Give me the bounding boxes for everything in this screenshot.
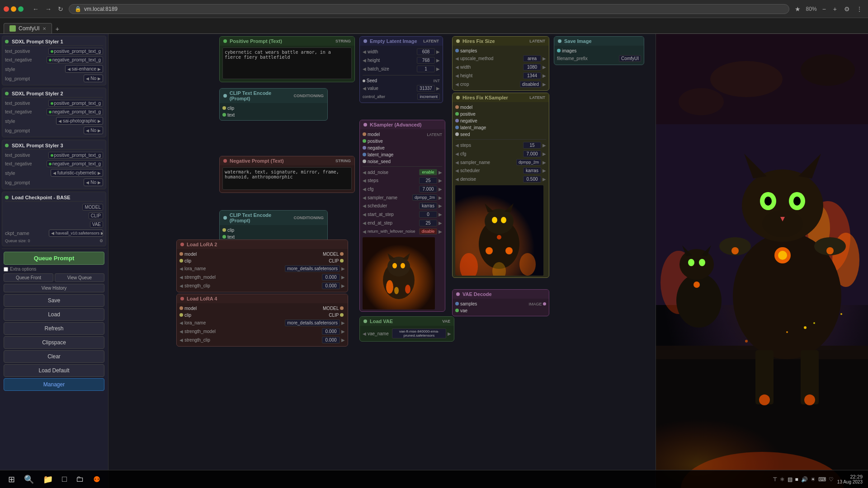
vae-name-prev[interactable]: ◀ <box>363 331 366 336</box>
save-image-node[interactable]: Save Image images filename_prefix ComfyU… <box>554 36 644 65</box>
hk-denoise-prev[interactable]: ◀ <box>455 177 459 182</box>
search-taskbar-icon[interactable]: 🔍 <box>21 474 37 485</box>
lora4-strength-model-prev[interactable]: ◀ <box>179 329 183 334</box>
forward-button[interactable]: → <box>43 5 53 14</box>
sdxl3-style-next[interactable]: ▶ <box>98 171 101 175</box>
ks-return-prev[interactable]: ◀ <box>363 229 366 234</box>
ks-sampler-next[interactable]: ▶ <box>439 195 442 200</box>
comfyui-tab[interactable]: ComfyUI ✕ <box>4 23 52 33</box>
hires-ksampler-node[interactable]: Hires Fix KSampler LATENT model positive… <box>452 93 549 278</box>
firefox-icon[interactable]: ⚉ <box>90 474 103 485</box>
hires-width-prev[interactable]: ◀ <box>455 65 459 70</box>
ks-add-noise-prev[interactable]: ◀ <box>363 170 366 175</box>
latent-height-next[interactable]: ▶ <box>436 58 440 63</box>
folder-icon[interactable]: 🗀 <box>73 474 87 485</box>
ckpt-prev[interactable]: ◀ <box>51 231 54 235</box>
hk-sched-next[interactable]: ▶ <box>542 168 546 173</box>
ks-cfg-next[interactable]: ▶ <box>439 187 442 192</box>
hires-height-next[interactable]: ▶ <box>542 73 546 78</box>
extra-options-checkbox[interactable] <box>4 267 8 272</box>
windows-icon[interactable]: ⊞ <box>5 474 18 485</box>
canvas-area[interactable]: Positive Prompt (Text) STRING cybernetic… <box>108 34 656 488</box>
hires-upscale-next[interactable]: ▶ <box>542 56 546 61</box>
ks-end-next[interactable]: ▶ <box>439 221 442 225</box>
ks-steps-next[interactable]: ▶ <box>439 178 442 183</box>
hk-sampler-prev[interactable]: ◀ <box>455 160 459 165</box>
load-vae-node[interactable]: Load VAE VAE ◀ vae_name vae-ft-mse-84000… <box>359 316 454 342</box>
lora4-name-prev[interactable]: ◀ <box>179 320 183 325</box>
refresh-button[interactable]: Refresh <box>4 322 104 335</box>
ks-start-next[interactable]: ▶ <box>439 212 442 217</box>
ks-add-noise-next[interactable]: ▶ <box>439 170 442 175</box>
hk-steps-next[interactable]: ▶ <box>542 143 546 148</box>
sdxl3-style-select[interactable]: ◀ futuristic-cybernetic ▶ <box>51 169 103 177</box>
positive-prompt-textarea[interactable]: cybernetic cat wears battle armor, in a … <box>222 47 352 79</box>
view-queue-button[interactable]: View Queue <box>55 273 104 282</box>
reload-button[interactable]: ↻ <box>56 5 65 14</box>
load-lora-4-node[interactable]: Load LoRA 4 model MODEL clip CLIP ◀ lora… <box>176 294 348 347</box>
ks-cfg-prev[interactable]: ◀ <box>363 187 366 192</box>
back-button[interactable]: ← <box>31 5 41 14</box>
lora2-strength-clip-next[interactable]: ▶ <box>341 283 345 288</box>
latent-width-next[interactable]: ▶ <box>436 49 440 54</box>
new-tab-button[interactable]: + <box>54 24 61 33</box>
sdxl3-log-select[interactable]: ◀ No ▶ <box>84 178 103 186</box>
sdxl3-log-prev[interactable]: ◀ <box>86 180 89 185</box>
sdxl1-style-prev[interactable]: ◀ <box>67 67 71 71</box>
lora4-strength-clip-next[interactable]: ▶ <box>341 338 345 343</box>
latent-width-prev[interactable]: ◀ <box>363 49 366 54</box>
hk-sched-prev[interactable]: ◀ <box>455 168 459 173</box>
ks-return-next[interactable]: ▶ <box>439 229 442 234</box>
hk-sampler-next[interactable]: ▶ <box>542 160 546 165</box>
lora2-name-next[interactable]: ▶ <box>341 266 345 271</box>
sdxl2-log-prev[interactable]: ◀ <box>86 128 89 133</box>
gear-icon[interactable]: ⚙ <box>99 239 103 243</box>
sdxl1-log-prev[interactable]: ◀ <box>86 76 89 81</box>
ckpt-name-select[interactable]: ◀ haveall_v10.safetensors ▶ <box>49 230 103 237</box>
sdxl2-style-prev[interactable]: ◀ <box>58 119 61 123</box>
zoom-plus[interactable]: + <box>831 5 839 14</box>
files-icon[interactable]: 📁 <box>40 474 56 485</box>
ks-steps-prev[interactable]: ◀ <box>363 178 366 183</box>
sdxl3-log-next[interactable]: ▶ <box>98 180 101 185</box>
hk-steps-prev[interactable]: ◀ <box>455 143 459 148</box>
sdxl1-log-next[interactable]: ▶ <box>98 76 101 81</box>
ckpt-next[interactable]: ▶ <box>101 231 103 235</box>
lora2-strength-clip-prev[interactable]: ◀ <box>179 283 183 288</box>
positive-prompt-node[interactable]: Positive Prompt (Text) STRING cybernetic… <box>219 36 355 82</box>
negative-prompt-node[interactable]: Negative Prompt (Text) STRING watermark,… <box>219 156 355 193</box>
lora2-strength-model-next[interactable]: ▶ <box>341 275 345 280</box>
save-button[interactable]: Save <box>4 294 104 307</box>
hk-cfg-next[interactable]: ▶ <box>542 151 546 156</box>
sdxl2-style-next[interactable]: ▶ <box>98 119 101 123</box>
queue-front-button[interactable]: Queue Front <box>4 273 53 282</box>
ks-start-prev[interactable]: ◀ <box>363 212 366 217</box>
load-lora-2-node[interactable]: Load LoRA 2 model MODEL clip CLIP ◀ lora… <box>176 239 348 292</box>
vae-name-next[interactable]: ▶ <box>448 331 451 336</box>
lora4-name-next[interactable]: ▶ <box>341 320 345 325</box>
queue-prompt-button[interactable]: Queue Prompt <box>4 252 104 265</box>
sdxl1-style-select[interactable]: ◀ sai-enhance ▶ <box>65 65 103 73</box>
sdxl2-style-select[interactable]: ◀ sai-photographic ▶ <box>56 117 103 125</box>
hires-crop-prev[interactable]: ◀ <box>455 82 459 87</box>
lora4-strength-clip-prev[interactable]: ◀ <box>179 338 183 343</box>
hk-denoise-next[interactable]: ▶ <box>542 177 546 182</box>
load-button[interactable]: Load <box>4 308 104 321</box>
hires-upscale-prev[interactable]: ◀ <box>455 56 459 61</box>
hires-height-prev[interactable]: ◀ <box>455 73 459 78</box>
clipspace-button[interactable]: Clipspace <box>4 336 104 349</box>
hires-crop-next[interactable]: ▶ <box>542 82 546 87</box>
sdxl2-log-select[interactable]: ◀ No ▶ <box>84 127 103 134</box>
tab-close-button[interactable]: ✕ <box>42 26 46 31</box>
sdxl2-log-next[interactable]: ▶ <box>98 128 101 133</box>
manager-button[interactable]: Manager <box>4 378 104 391</box>
seed-prev[interactable]: ◀ <box>363 86 366 91</box>
clip-encode-1-node[interactable]: CLIP Text Encode (Prompt) CONDITIONING c… <box>219 88 328 121</box>
hk-cfg-prev[interactable]: ◀ <box>455 151 459 156</box>
empty-latent-node[interactable]: Empty Latent Image LATENT ◀ width 608 ▶ … <box>359 36 443 103</box>
address-bar[interactable]: 🔒 vm.local:8189 <box>69 4 789 14</box>
ks-sampler-prev[interactable]: ◀ <box>363 195 366 200</box>
hires-width-next[interactable]: ▶ <box>542 65 546 70</box>
negative-prompt-textarea[interactable]: watermark, text, signature, mirror, fram… <box>222 167 352 190</box>
zoom-minus[interactable]: − <box>821 5 828 14</box>
